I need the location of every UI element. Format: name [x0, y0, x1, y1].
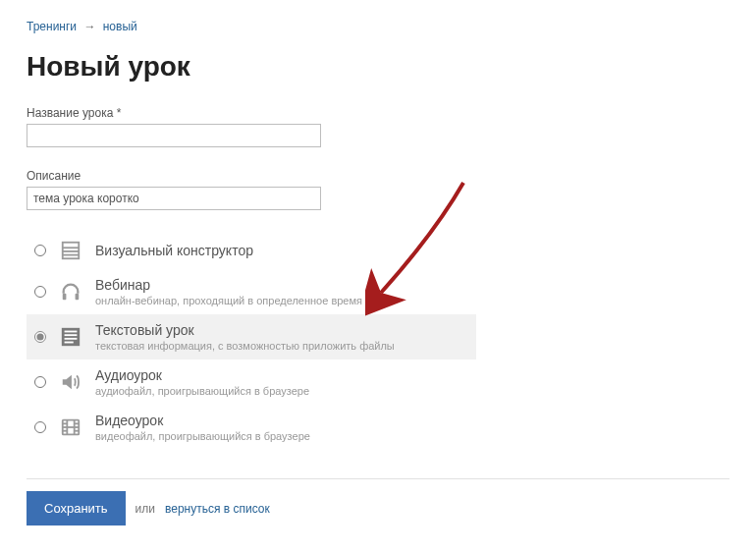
svg-rect-2	[64, 249, 79, 250]
svg-rect-6	[76, 294, 80, 300]
lesson-type-title: Видеоурок	[95, 413, 310, 428]
lesson-type-visual-radio[interactable]	[34, 245, 46, 256]
lesson-desc-group: Описание	[27, 169, 756, 210]
lesson-name-input[interactable]	[27, 124, 321, 147]
breadcrumb-new-link[interactable]: новый	[103, 20, 137, 33]
layout-icon	[60, 240, 81, 261]
lesson-type-subtitle: аудиофайл, проигрывающийся в браузере	[95, 385, 309, 397]
lesson-type-audio[interactable]: Аудиоурок аудиофайл, проигрывающийся в б…	[27, 359, 476, 405]
lesson-type-title: Текстовый урок	[95, 322, 395, 338]
back-to-list-link[interactable]: вернуться в список	[165, 502, 270, 516]
lesson-type-list: Визуальный конструктор Вебинар онлайн-ве…	[27, 232, 476, 450]
breadcrumb-trainings-link[interactable]: Тренинги	[27, 20, 77, 33]
svg-rect-9	[65, 334, 78, 336]
lesson-type-webinar[interactable]: Вебинар онлайн-вебинар, проходящий в опр…	[27, 269, 476, 314]
lesson-name-group: Название урока *	[27, 106, 756, 147]
svg-rect-3	[64, 252, 79, 254]
headphones-icon	[60, 281, 81, 303]
lesson-type-subtitle: текстовая информация, с возможностью при…	[95, 340, 395, 352]
breadcrumb-separator: →	[83, 20, 95, 33]
lesson-type-video-radio[interactable]	[34, 421, 46, 433]
lesson-desc-input[interactable]	[27, 187, 321, 210]
volume-icon	[60, 371, 81, 393]
lesson-type-title: Визуальный конструктор	[95, 243, 253, 258]
svg-rect-10	[65, 338, 78, 340]
lesson-desc-label: Описание	[27, 169, 756, 183]
lesson-type-title: Вебинар	[95, 277, 362, 293]
svg-rect-11	[65, 342, 74, 344]
breadcrumb: Тренинги → новый	[27, 0, 756, 33]
lesson-type-webinar-radio[interactable]	[34, 286, 46, 298]
footer-or-text: или	[135, 502, 155, 516]
lesson-type-visual[interactable]: Визуальный конструктор	[27, 232, 476, 269]
footer-bar: Сохранить или вернуться в список	[27, 478, 729, 525]
lesson-type-title: Аудиоурок	[95, 367, 309, 383]
lesson-type-text[interactable]: Текстовый урок текстовая информация, с в…	[27, 314, 476, 359]
svg-rect-5	[63, 294, 67, 300]
lesson-type-video[interactable]: Видеоурок видеофайл, проигрывающийся в б…	[27, 405, 476, 450]
save-button[interactable]: Сохранить	[27, 491, 126, 525]
page-title: Новый урок	[27, 51, 756, 83]
text-document-icon	[60, 326, 81, 348]
lesson-type-subtitle: онлайн-вебинар, проходящий в определенно…	[95, 295, 362, 306]
lesson-type-subtitle: видеофайл, проигрывающийся в браузере	[95, 430, 310, 442]
svg-rect-8	[65, 331, 78, 333]
lesson-name-label: Название урока *	[27, 106, 756, 120]
lesson-type-audio-radio[interactable]	[34, 376, 46, 388]
lesson-type-text-radio[interactable]	[34, 331, 46, 343]
svg-rect-4	[64, 256, 79, 258]
film-icon	[60, 416, 81, 438]
svg-rect-1	[64, 244, 79, 248]
